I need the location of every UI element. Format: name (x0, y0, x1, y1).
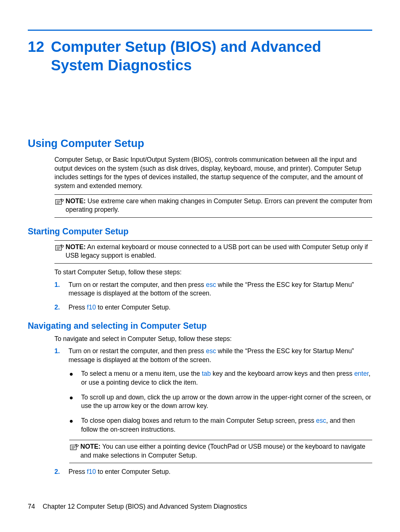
page-footer: 74 Chapter 12 Computer Setup (BIOS) and … (28, 503, 247, 511)
key-esc: esc (316, 417, 326, 424)
intro-paragraph: Computer Setup, or Basic Input/Output Sy… (54, 155, 372, 191)
steps-intro: To navigate and select in Computer Setup… (54, 335, 372, 344)
bullet-marker: ● (69, 393, 74, 411)
section-using-computer-setup: Using Computer Setup (28, 137, 372, 150)
step-number: 1. (54, 281, 61, 298)
step-number: 2. (54, 468, 61, 476)
chapter-heading: 12 Computer Setup (BIOS) and Advanced Sy… (28, 37, 372, 74)
key-tab: tab (202, 370, 211, 377)
bullet-item: ● To select a menu or a menu item, use t… (69, 369, 372, 387)
note-content: NOTE: An external keyboard or mouse conn… (66, 243, 372, 260)
note-icon (54, 244, 65, 252)
steps-list: 1. Turn on or restart the computer, and … (54, 347, 372, 364)
chapter-title: Computer Setup (BIOS) and Advanced Syste… (51, 37, 373, 74)
note-text: You can use either a pointing device (To… (80, 443, 366, 459)
key-esc: esc (206, 347, 216, 355)
bullet-marker: ● (69, 416, 74, 434)
step-2: 2. Press f10 to enter Computer Setup. (54, 468, 372, 476)
chapter-number: 12 (28, 37, 44, 74)
bullet-marker: ● (69, 369, 74, 387)
steps-intro: To start Computer Setup, follow these st… (54, 268, 372, 277)
note-content: NOTE: You can use either a pointing devi… (80, 442, 372, 460)
footer-text: Chapter 12 Computer Setup (BIOS) and Adv… (43, 503, 247, 510)
step-1: 1. Turn on or restart the computer, and … (54, 281, 372, 298)
section-navigating: Navigating and selecting in Computer Set… (28, 321, 372, 331)
note-text: Use extreme care when making changes in … (66, 197, 372, 214)
step-body: Press f10 to enter Computer Setup. (69, 468, 372, 476)
note-icon (54, 198, 65, 206)
step-body: Turn on or restart the computer, and the… (69, 347, 372, 364)
note-icon (69, 443, 80, 451)
page-content: 12 Computer Setup (BIOS) and Advanced Sy… (28, 30, 372, 482)
step-body: Turn on or restart the computer, and the… (69, 281, 372, 298)
steps-list-cont: 2. Press f10 to enter Computer Setup. (54, 468, 372, 476)
bullet-item: ● To close open dialog boxes and return … (69, 416, 372, 434)
key-f10: f10 (87, 304, 96, 311)
bullet-body: To select a menu or a menu item, use the… (81, 369, 372, 387)
steps-list: 1. Turn on or restart the computer, and … (54, 281, 372, 312)
note-label: NOTE: (66, 243, 86, 251)
step-number: 1. (54, 347, 61, 364)
note-box: NOTE: Use extreme care when making chang… (54, 194, 372, 218)
note-label: NOTE: (80, 443, 100, 450)
key-enter: enter (354, 370, 369, 377)
step-1: 1. Turn on or restart the computer, and … (54, 347, 372, 364)
bullet-body: To close open dialog boxes and return to… (81, 416, 372, 434)
bullet-body: To scroll up and down, click the up arro… (81, 393, 372, 411)
note-box: NOTE: You can use either a pointing devi… (69, 440, 372, 463)
sub-bullets: ● To select a menu or a menu item, use t… (69, 369, 372, 434)
key-esc: esc (206, 281, 216, 288)
page-number: 74 (28, 503, 35, 510)
top-rule (28, 30, 372, 31)
bullet-item: ● To scroll up and down, click the up ar… (69, 393, 372, 411)
step-body: Press f10 to enter Computer Setup. (69, 303, 372, 312)
note-label: NOTE: (66, 197, 86, 205)
step-2: 2. Press f10 to enter Computer Setup. (54, 303, 372, 312)
note-box: NOTE: An external keyboard or mouse conn… (54, 240, 372, 264)
note-content: NOTE: Use extreme care when making chang… (66, 197, 372, 214)
key-f10: f10 (87, 468, 96, 475)
step-number: 2. (54, 303, 61, 312)
note-text: An external keyboard or mouse connected … (66, 243, 368, 260)
section-starting-computer-setup: Starting Computer Setup (28, 227, 372, 237)
